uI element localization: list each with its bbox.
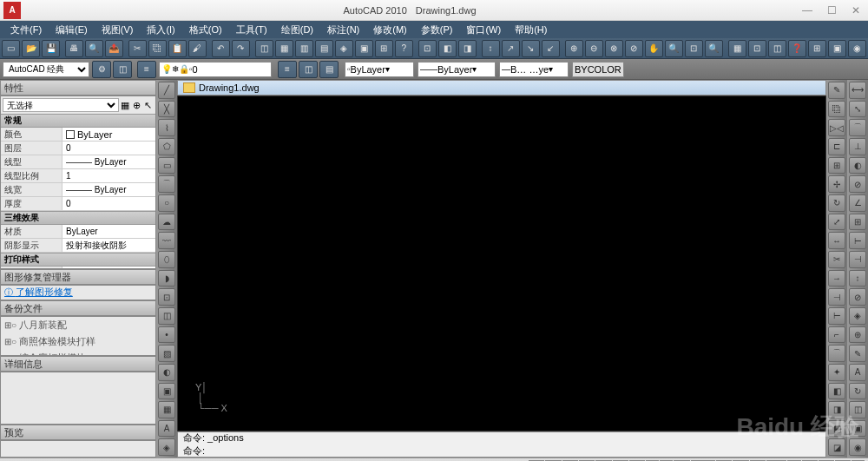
zoom-window-icon[interactable]: ⊡: [685, 40, 703, 57]
redo-icon[interactable]: ↷: [232, 40, 250, 57]
preview-header[interactable]: 预览: [0, 425, 156, 440]
tool-icon[interactable]: ◫: [113, 61, 132, 78]
array-icon[interactable]: ⊞: [828, 157, 845, 175]
recover-panel-header[interactable]: 图形修复管理器: [0, 269, 156, 285]
dim-ordinate-icon[interactable]: ⊥: [849, 138, 866, 155]
tool-icon[interactable]: ◈: [335, 40, 353, 57]
scale-icon[interactable]: ⤢: [828, 214, 845, 231]
backup-item[interactable]: ⊞○ 商照体验模块打样: [1, 333, 155, 350]
undo-icon[interactable]: ↶: [212, 40, 230, 57]
plot-icon[interactable]: 🖶: [65, 40, 83, 57]
detail-header[interactable]: 详细信息: [0, 356, 156, 372]
ellipse-icon[interactable]: ⬯: [158, 251, 175, 268]
dim-angular-icon[interactable]: ∠: [849, 194, 866, 212]
layer-tool-icon[interactable]: ◫: [299, 61, 318, 78]
tool-icon[interactable]: ◩: [828, 420, 845, 438]
tool-icon[interactable]: ◫: [849, 401, 866, 418]
chamfer-icon[interactable]: ⌐: [828, 326, 845, 344]
tool-icon[interactable]: ⊗: [605, 40, 623, 57]
menu-draw[interactable]: 绘图(D): [274, 22, 320, 38]
drawing-viewport[interactable]: Y│ │ └── X: [177, 95, 826, 431]
backup-item[interactable]: ⊞○ 综合应打样模块: [1, 350, 155, 356]
properties-panel-header[interactable]: 特性: [0, 80, 156, 95]
menu-insert[interactable]: 插入(I): [140, 22, 181, 38]
dim-quick-icon[interactable]: ⊞: [849, 214, 866, 231]
tool-icon[interactable]: ⊘: [625, 40, 643, 57]
preview-icon[interactable]: 🔍: [85, 40, 103, 57]
tool-icon[interactable]: ⊕: [565, 40, 583, 57]
prop-value[interactable]: ——— ByLayer: [62, 155, 155, 168]
color-combo[interactable]: ▫ByLayer ▾: [345, 62, 414, 77]
tool-icon[interactable]: ◉: [849, 438, 866, 456]
prop-group-plot[interactable]: 打印样式: [1, 253, 155, 267]
tool-icon[interactable]: ↗: [502, 40, 520, 57]
tool-icon[interactable]: ▣: [355, 40, 373, 57]
gear-icon[interactable]: ⚙: [92, 61, 111, 78]
tool-icon[interactable]: ⊞: [808, 40, 826, 57]
mtext-icon[interactable]: A: [158, 420, 175, 438]
plotstyle-combo[interactable]: BYCOLOR: [572, 62, 624, 77]
tool-icon[interactable]: ▣: [828, 40, 846, 57]
tool-icon[interactable]: ◈: [158, 438, 175, 456]
tool-icon[interactable]: ?: [395, 40, 413, 57]
menu-modify[interactable]: 修改(M): [366, 22, 414, 38]
menu-window[interactable]: 窗口(W): [459, 22, 508, 38]
offset-icon[interactable]: ⊏: [828, 138, 845, 155]
dim-diameter-icon[interactable]: ⊘: [849, 175, 866, 193]
close-button[interactable]: ✕: [844, 2, 868, 19]
tool-icon[interactable]: ❓: [788, 40, 806, 57]
dim-tedit-icon[interactable]: A: [849, 364, 866, 381]
menu-dimension[interactable]: 标注(N): [320, 22, 366, 38]
mirror-icon[interactable]: ▷◁: [828, 119, 845, 136]
command-line[interactable]: 命令: _options 命令:: [177, 431, 826, 458]
tool-icon[interactable]: ⊞: [375, 40, 393, 57]
tool-icon[interactable]: ◧: [438, 40, 457, 57]
cut-icon[interactable]: ✂: [128, 40, 147, 57]
menu-view[interactable]: 视图(V): [95, 22, 141, 38]
zoom-icon[interactable]: 🔍: [665, 40, 683, 57]
copy-icon[interactable]: ⿻: [148, 40, 167, 57]
tool-icon[interactable]: ▦: [275, 40, 293, 57]
menu-edit[interactable]: 编辑(E): [49, 22, 95, 38]
explode-icon[interactable]: ✦: [828, 364, 845, 381]
dim-continue-icon[interactable]: ⊣: [849, 251, 866, 268]
match-icon[interactable]: 🖌: [188, 40, 207, 57]
tolerance-icon[interactable]: ◈: [849, 307, 866, 325]
menu-file[interactable]: 文件(F): [3, 22, 49, 38]
menu-parametric[interactable]: 参数(P): [414, 22, 460, 38]
tool-icon[interactable]: ↘: [522, 40, 540, 57]
rotate-icon[interactable]: ↻: [828, 194, 845, 212]
save-icon[interactable]: 💾: [42, 40, 60, 57]
center-mark-icon[interactable]: ⊕: [849, 326, 866, 344]
prop-group-3d[interactable]: 三维效果: [1, 211, 155, 225]
circle-icon[interactable]: ○: [158, 194, 175, 212]
xline-icon[interactable]: ╳: [158, 101, 175, 118]
extend-icon[interactable]: →: [828, 270, 845, 287]
join-icon[interactable]: ⊢: [828, 307, 845, 325]
recover-link[interactable]: ⓘ 了解图形修复: [1, 285, 76, 300]
tool-icon[interactable]: ◨: [458, 40, 477, 57]
prop-value[interactable]: 0: [62, 197, 155, 210]
break-icon[interactable]: ⊣: [828, 288, 845, 306]
open-icon[interactable]: 📂: [22, 40, 40, 57]
trim-icon[interactable]: ✂: [828, 251, 845, 268]
menu-tools[interactable]: 工具(T): [229, 22, 274, 38]
prop-value[interactable]: ByLayer: [62, 128, 155, 141]
dim-linear-icon[interactable]: ⟷: [849, 82, 866, 99]
pickadd-icon[interactable]: ⊕: [131, 100, 142, 111]
dim-arc-icon[interactable]: ⌒: [849, 119, 866, 136]
layer-tool-icon[interactable]: ≡: [278, 61, 297, 78]
new-icon[interactable]: ▭: [2, 40, 20, 57]
dim-update-icon[interactable]: ↻: [849, 383, 866, 400]
tool-icon[interactable]: ◫: [768, 40, 786, 57]
publish-icon[interactable]: 📤: [105, 40, 123, 57]
lineweight-combo[interactable]: — B… …ye ▾: [499, 62, 569, 77]
layer-tool-icon[interactable]: ▤: [319, 61, 339, 78]
line-icon[interactable]: ╱: [158, 82, 175, 99]
zoom-prev-icon[interactable]: 🔍: [705, 40, 723, 57]
minimize-button[interactable]: —: [795, 2, 819, 19]
layer-props-icon[interactable]: ≡: [137, 61, 156, 78]
tool-icon[interactable]: ⊖: [585, 40, 603, 57]
tool-icon[interactable]: ◨: [828, 401, 845, 418]
layer-combo[interactable]: 💡❄🔒▫ 0: [159, 62, 272, 77]
